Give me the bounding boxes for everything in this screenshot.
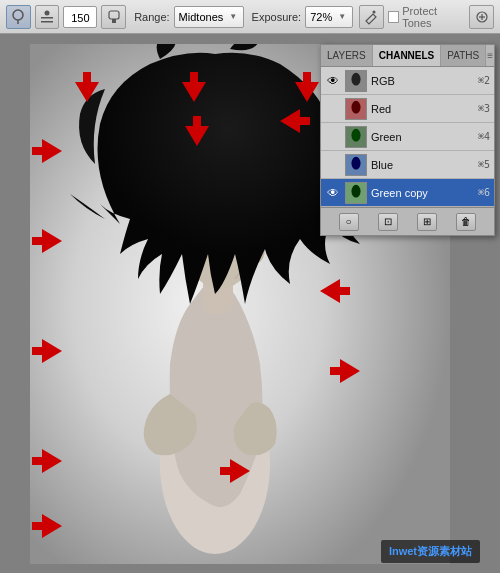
extra-tool-icon[interactable] — [469, 5, 494, 29]
channel-thumb-blue — [345, 154, 367, 176]
save-selection-btn[interactable]: ⊞ — [417, 213, 437, 231]
channel-thumb-green — [345, 126, 367, 148]
svg-rect-5 — [109, 11, 119, 19]
watermark-box: Inwet资源素材站 — [381, 540, 480, 563]
new-channel-btn[interactable]: ○ — [339, 213, 359, 231]
protect-tones-checkbox[interactable] — [388, 11, 399, 23]
svg-point-35 — [351, 128, 360, 141]
channel-shortcut-green: ⌘4 — [478, 131, 490, 142]
channel-name-rgb: RGB — [371, 75, 474, 87]
watermark-text: 资源素材站 — [417, 545, 472, 557]
tab-paths[interactable]: PATHS — [441, 45, 486, 66]
channel-shortcut-blue: ⌘5 — [478, 159, 490, 170]
visibility-green[interactable]: 👁 — [325, 129, 341, 145]
tool-options-icon[interactable] — [35, 5, 60, 29]
channel-row-rgb[interactable]: 👁 RGB ⌘2 — [321, 67, 494, 95]
svg-point-7 — [373, 10, 376, 13]
svg-point-31 — [351, 72, 360, 85]
protect-tones-label: Protect Tones — [402, 5, 465, 29]
exposure-label: Exposure: — [252, 11, 302, 23]
channel-row-green[interactable]: 👁 Green ⌘4 — [321, 123, 494, 151]
watermark-brand: Inwet — [389, 545, 417, 557]
protect-tones-area: Protect Tones — [388, 5, 466, 29]
range-dropdown-arrow: ▼ — [229, 12, 237, 21]
panel-bottom-toolbar: ○ ⊡ ⊞ 🗑 — [321, 207, 494, 235]
svg-point-37 — [351, 156, 360, 169]
exposure-value: 72% — [310, 11, 332, 23]
channel-shortcut-red: ⌘3 — [478, 103, 490, 114]
visibility-green-copy[interactable]: 👁 — [325, 185, 341, 201]
delete-channel-btn[interactable]: 🗑 — [456, 213, 476, 231]
watermark: Inwet资源素材站 — [381, 540, 480, 563]
channel-name-blue: Blue — [371, 159, 474, 171]
svg-rect-4 — [41, 21, 53, 23]
svg-point-0 — [13, 10, 23, 20]
selection-btn[interactable]: ⊡ — [378, 213, 398, 231]
tab-layers[interactable]: LAYERS — [321, 45, 373, 66]
visibility-red[interactable]: 👁 — [325, 101, 341, 117]
channel-row-red[interactable]: 👁 Red ⌘3 — [321, 95, 494, 123]
svg-point-33 — [351, 100, 360, 113]
svg-rect-3 — [41, 17, 53, 19]
range-dropdown[interactable]: Midtones ▼ — [174, 6, 244, 28]
channel-row-blue[interactable]: 👁 Blue ⌘5 — [321, 151, 494, 179]
brush-size-display: 150 — [63, 6, 97, 28]
visibility-rgb[interactable]: 👁 — [325, 73, 341, 89]
tab-channels[interactable]: CHANNELS — [373, 45, 442, 66]
brush-icon[interactable] — [101, 5, 126, 29]
airbrush-icon[interactable] — [359, 5, 384, 29]
channel-shortcut-green-copy: ⌘6 — [478, 187, 490, 198]
visibility-blue[interactable]: 👁 — [325, 157, 341, 173]
dodge-tool-icon[interactable] — [6, 5, 31, 29]
svg-rect-6 — [112, 19, 116, 23]
svg-point-2 — [45, 10, 50, 15]
range-value: Midtones — [179, 11, 224, 23]
channel-name-green-copy: Green copy — [371, 187, 474, 199]
toolbar: 150 Range: Midtones ▼ Exposure: 72% ▼ Pr… — [0, 0, 500, 34]
panel-tabs: LAYERS CHANNELS PATHS ≡ — [321, 45, 494, 67]
exposure-dropdown-arrow: ▼ — [338, 12, 346, 21]
channel-thumb-rgb — [345, 70, 367, 92]
channel-name-green: Green — [371, 131, 474, 143]
panel-menu-button[interactable]: ≡ — [486, 45, 494, 66]
channel-name-red: Red — [371, 103, 474, 115]
channels-panel: LAYERS CHANNELS PATHS ≡ 👁 RGB ⌘2 👁 — [320, 44, 495, 236]
channel-shortcut-rgb: ⌘2 — [478, 75, 490, 86]
exposure-dropdown[interactable]: 72% ▼ — [305, 6, 353, 28]
range-label: Range: — [134, 11, 169, 23]
canvas-area: LAYERS CHANNELS PATHS ≡ 👁 RGB ⌘2 👁 — [0, 34, 500, 573]
channel-thumb-red — [345, 98, 367, 120]
channel-thumb-green-copy — [345, 182, 367, 204]
svg-point-39 — [351, 184, 360, 197]
channel-row-green-copy[interactable]: 👁 Green copy ⌘6 — [321, 179, 494, 207]
